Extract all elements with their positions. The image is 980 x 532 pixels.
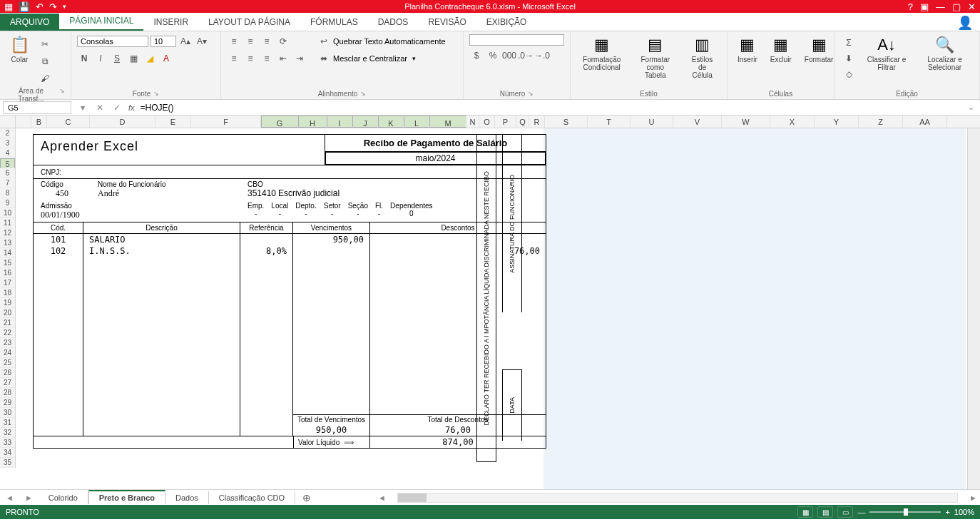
- align-top-icon[interactable]: ≡: [227, 34, 241, 48]
- insert-cells-button[interactable]: ▦Inserir: [733, 34, 762, 88]
- find-select-button[interactable]: 🔍Localizar e Selecionar: [916, 34, 974, 88]
- close-icon[interactable]: ✕: [968, 1, 976, 12]
- col-header-D[interactable]: D: [90, 116, 155, 128]
- row-header-27[interactable]: 27: [0, 378, 15, 388]
- row-header-21[interactable]: 21: [0, 318, 15, 328]
- col-header-T[interactable]: T: [588, 116, 631, 128]
- cancel-formula-icon[interactable]: ✕: [91, 103, 108, 113]
- currency-icon[interactable]: $: [469, 48, 484, 63]
- sheet-tab-colorido[interactable]: Colorido: [39, 491, 88, 504]
- row-header-28[interactable]: 28: [0, 388, 15, 398]
- number-format-select[interactable]: [469, 34, 564, 46]
- align-center-icon[interactable]: ≡: [243, 51, 257, 66]
- align-dialog-icon[interactable]: ↘: [360, 90, 366, 98]
- row-header-18[interactable]: 18: [0, 288, 15, 298]
- cell-styles-button[interactable]: ▥Estilos de Célula: [683, 34, 721, 88]
- format-as-table-button[interactable]: ▤Formatar como Tabela: [631, 34, 679, 88]
- select-all-corner[interactable]: [0, 116, 16, 128]
- row-header-34[interactable]: 34: [0, 448, 15, 458]
- row-header-35[interactable]: 35: [0, 458, 15, 468]
- orientation-icon[interactable]: ⟳: [276, 34, 290, 48]
- row-header-15[interactable]: 15: [0, 258, 15, 268]
- zoom-level[interactable]: 100%: [954, 508, 974, 516]
- tab-insert[interactable]: INSERIR: [143, 14, 198, 31]
- row-header-33[interactable]: 33: [0, 438, 15, 448]
- sheet-nav-next-icon[interactable]: ►: [19, 493, 39, 502]
- undo-icon[interactable]: ↶: [36, 1, 44, 12]
- row-header-24[interactable]: 24: [0, 348, 15, 358]
- col-header-J[interactable]: J: [352, 116, 378, 128]
- row-header-23[interactable]: 23: [0, 338, 15, 348]
- zoom-in-icon[interactable]: +: [945, 508, 949, 516]
- row-header-31[interactable]: 31: [0, 418, 15, 428]
- ribbon-display-icon[interactable]: ▣: [920, 1, 929, 12]
- row-header-10[interactable]: 10: [0, 208, 15, 218]
- minimize-icon[interactable]: —: [936, 1, 945, 12]
- indent-increase-icon[interactable]: ⇥: [292, 51, 307, 66]
- fx-icon[interactable]: fx: [126, 103, 138, 112]
- account-icon[interactable]: 👤: [957, 15, 973, 31]
- row-header-13[interactable]: 13: [0, 238, 15, 248]
- clear-icon[interactable]: ◇: [842, 67, 856, 81]
- row-header-26[interactable]: 26: [0, 368, 15, 378]
- col-header-E[interactable]: E: [155, 116, 191, 128]
- col-header-P[interactable]: P: [495, 116, 516, 128]
- align-left-icon[interactable]: ≡: [227, 51, 241, 66]
- row-header-9[interactable]: 9: [0, 198, 15, 208]
- col-header-I[interactable]: I: [327, 116, 352, 128]
- paste-button[interactable]: 📋 Colar: [6, 34, 34, 86]
- inc-decimal-icon[interactable]: .0→: [519, 48, 533, 63]
- col-header-L[interactable]: L: [404, 116, 429, 128]
- bold-button[interactable]: N: [77, 51, 91, 66]
- row-header-32[interactable]: 32: [0, 428, 15, 438]
- fill-icon[interactable]: ⬇: [842, 51, 856, 66]
- row-header-5[interactable]: 5: [0, 158, 15, 168]
- row-header-17[interactable]: 17: [0, 278, 15, 288]
- row-header-25[interactable]: 25: [0, 358, 15, 368]
- hscrollbar[interactable]: ◄ ►: [318, 493, 980, 503]
- col-header-AA[interactable]: AA: [903, 116, 947, 128]
- align-right-icon[interactable]: ≡: [260, 51, 274, 66]
- expand-formula-icon[interactable]: ⌄: [962, 103, 980, 112]
- sheet-nav-prev-icon[interactable]: ◄: [0, 493, 19, 502]
- tab-layout[interactable]: LAYOUT DA PÁGINA: [198, 14, 300, 31]
- help-icon[interactable]: ?: [908, 1, 913, 12]
- fill-color-button[interactable]: ◢: [143, 51, 157, 66]
- row-header-4[interactable]: 4: [0, 148, 15, 158]
- qat-dropdown-icon[interactable]: ▾: [63, 3, 66, 10]
- row-header-11[interactable]: 11: [0, 218, 15, 228]
- tab-file[interactable]: ARQUIVO: [0, 14, 59, 31]
- conditional-formatting-button[interactable]: ▦Formatação Condicional: [576, 34, 627, 88]
- format-painter-icon[interactable]: 🖌: [38, 71, 52, 86]
- font-name-select[interactable]: [77, 36, 148, 47]
- view-normal-icon[interactable]: ▦: [797, 506, 813, 518]
- comma-icon[interactable]: 000: [502, 48, 516, 63]
- copy-icon[interactable]: ⧉: [38, 54, 52, 68]
- row-header-14[interactable]: 14: [0, 248, 15, 258]
- tab-formulas[interactable]: FÓRMULAS: [300, 14, 368, 31]
- sort-filter-button[interactable]: A↓Classificar e Filtrar: [862, 34, 912, 88]
- save-icon[interactable]: 💾: [19, 1, 30, 12]
- col-header-C[interactable]: C: [47, 116, 90, 128]
- increase-font-icon[interactable]: A▴: [178, 34, 193, 48]
- decrease-font-icon[interactable]: A▾: [195, 34, 209, 48]
- tab-view[interactable]: EXIBIÇÃO: [476, 14, 537, 31]
- zoom-out-icon[interactable]: —: [857, 508, 865, 516]
- align-middle-icon[interactable]: ≡: [243, 34, 257, 48]
- restore-icon[interactable]: ▢: [952, 1, 961, 12]
- accept-formula-icon[interactable]: ✓: [108, 103, 126, 113]
- col-header-B[interactable]: B: [31, 116, 47, 128]
- row-header-7[interactable]: 7: [0, 178, 15, 188]
- col-header-S[interactable]: S: [545, 116, 588, 128]
- col-header-X[interactable]: X: [770, 116, 815, 128]
- hscroll-thumb[interactable]: [398, 493, 427, 502]
- row-header-19[interactable]: 19: [0, 298, 15, 308]
- border-button[interactable]: ▦: [126, 51, 141, 66]
- col-header-R[interactable]: R: [529, 116, 545, 128]
- col-header-W[interactable]: W: [722, 116, 770, 128]
- col-header-Q[interactable]: Q: [516, 116, 529, 128]
- sheet-tab-class[interactable]: Classificação CDO: [209, 491, 295, 504]
- indent-decrease-icon[interactable]: ⇤: [276, 51, 290, 66]
- view-page-break-icon[interactable]: ▭: [837, 506, 853, 518]
- sheet-tab-pretobranco[interactable]: Preto e Branco: [88, 490, 165, 504]
